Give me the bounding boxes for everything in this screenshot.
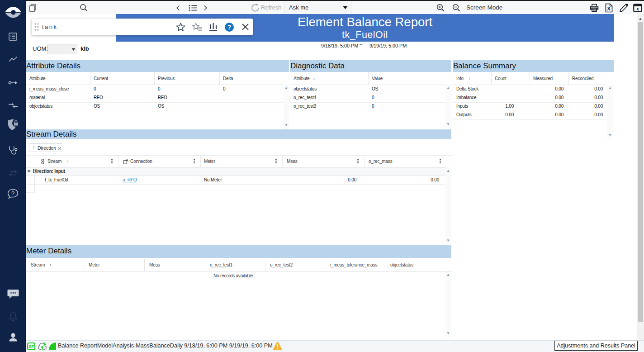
svg-text:?: ? bbox=[11, 190, 14, 197]
svg-text:X: X bbox=[607, 6, 611, 11]
svg-text:x: x bbox=[636, 6, 639, 11]
